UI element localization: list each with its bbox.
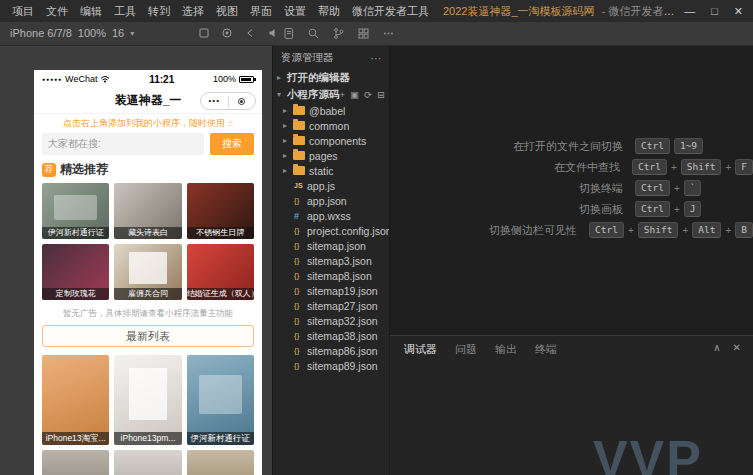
key-badge: Shift	[681, 159, 722, 175]
new-folder-icon[interactable]: ▣	[350, 89, 359, 100]
grid-thumbnail[interactable]: iPhone13pm...	[114, 355, 181, 445]
menu-select[interactable]: 选择	[176, 4, 210, 19]
tab-output[interactable]: 输出	[495, 342, 517, 357]
menu-tools[interactable]: 工具	[108, 4, 142, 19]
back-icon[interactable]	[244, 27, 256, 39]
collapse-icon[interactable]: ⊟	[377, 89, 385, 100]
file-name: sitemap32.json	[307, 315, 378, 327]
device-selector[interactable]: iPhone 6/7/8 100% 16 ▾	[10, 27, 134, 39]
folder-item[interactable]: ▸ pages	[273, 148, 389, 163]
menu-settings[interactable]: 设置	[278, 4, 312, 19]
new-file-icon[interactable]: +	[340, 89, 346, 100]
chevron-up-icon[interactable]: ∧	[713, 342, 720, 353]
chevron-right-icon: ▸	[283, 136, 293, 145]
latest-list-button[interactable]: 最新列表	[42, 325, 254, 347]
tab-problems[interactable]: 问题	[455, 342, 477, 357]
section-title: 精选推荐	[60, 161, 108, 178]
grid-thumbnail[interactable]: 伊河新村通行证	[42, 183, 109, 239]
file-item[interactable]: {} app.json	[273, 193, 389, 208]
battery-icon	[239, 76, 254, 83]
files-icon[interactable]	[282, 27, 295, 40]
file-name: sitemap3.json	[307, 255, 372, 267]
menu-help[interactable]: 帮助	[312, 4, 346, 19]
shortcut-label: 在打开的文件之间切换	[448, 139, 623, 154]
speaker-icon[interactable]	[267, 27, 279, 39]
grid-thumbnail[interactable]: 结婚证生成（双人）	[187, 244, 254, 300]
chevron-down-icon: ▾	[277, 90, 287, 99]
menu-devtools[interactable]: 微信开发者工具	[346, 4, 435, 19]
record-icon[interactable]	[221, 27, 233, 39]
file-item[interactable]: {} sitemap38.json	[273, 328, 389, 343]
refresh-icon[interactable]: ⟳	[364, 89, 372, 100]
menu-project[interactable]: 项目	[6, 4, 40, 19]
folder-item[interactable]: ▸ static	[273, 163, 389, 178]
js-icon: JS	[294, 182, 307, 189]
open-editors-section[interactable]: ▸ 打开的编辑器	[273, 69, 389, 86]
menu-view[interactable]: 视图	[210, 4, 244, 19]
tab-terminal[interactable]: 终端	[535, 342, 557, 357]
menu-interface[interactable]: 界面	[244, 4, 278, 19]
more-icon[interactable]: ⋯	[371, 52, 382, 64]
file-item[interactable]: {} project.config.json	[273, 223, 389, 238]
editor-region: 在打开的文件之间切换 Ctrl 1~9 在文件中查找 Ctrl + Shift …	[390, 46, 753, 475]
folder-item[interactable]: ▸ components	[273, 133, 389, 148]
file-name: sitemap38.json	[307, 330, 378, 342]
file-item[interactable]: JS app.js	[273, 178, 389, 193]
git-branch-icon[interactable]	[332, 27, 345, 40]
grid-icon[interactable]	[357, 27, 370, 40]
close-icon[interactable]: ✕	[734, 5, 743, 18]
more-icon[interactable]	[382, 27, 395, 40]
file-item[interactable]: {} sitemap8.json	[273, 268, 389, 283]
search-icon[interactable]	[307, 27, 320, 40]
grid-thumbnail[interactable]: 伊河新村通行证	[187, 355, 254, 445]
search-input[interactable]: 大家都在搜:	[42, 133, 204, 155]
grid-thumbnail[interactable]: 定制玫瑰花	[42, 244, 109, 300]
file-item[interactable]: {} sitemap.json	[273, 238, 389, 253]
file-item[interactable]: {} sitemap27.json	[273, 298, 389, 313]
file-name: app.json	[307, 195, 347, 207]
section-label: 小程序源码	[287, 88, 340, 102]
file-item[interactable]: {} sitemap19.json	[273, 283, 389, 298]
grid-thumbnail[interactable]	[187, 450, 254, 475]
file-item[interactable]: {} sitemap89.json	[273, 358, 389, 373]
folder-item[interactable]: ▸ common	[273, 118, 389, 133]
grid-thumbnail[interactable]	[42, 450, 109, 475]
key-badge: J	[684, 201, 702, 217]
folder-name: components	[309, 135, 366, 147]
folder-item[interactable]: ▸ @babel	[273, 103, 389, 118]
exit-icon[interactable]	[229, 98, 256, 105]
shortcut-row: 在文件中查找 Ctrl + Shift + F	[448, 159, 753, 175]
tab-debugger[interactable]: 调试器	[404, 342, 437, 357]
app-version: - 微信开发者工具 Stable 1.05.2108130	[602, 5, 684, 17]
file-item[interactable]: # app.wxss	[273, 208, 389, 223]
menu-goto[interactable]: 转到	[142, 4, 176, 19]
simulator-panel: ●●●●● WeChat 11:21 100% 装逼神器_一 •••	[0, 46, 272, 475]
grid-thumbnail[interactable]: 不锈钢生日牌	[187, 183, 254, 239]
grid-thumbnail[interactable]: iPhone13淘宝...	[42, 355, 109, 445]
grid-thumbnail[interactable]: 雇佣兵合同	[114, 244, 181, 300]
grid-thumbnail[interactable]: 藏头诗表白	[114, 183, 181, 239]
file-name: app.wxss	[307, 210, 351, 222]
maximize-icon[interactable]: □	[711, 5, 718, 18]
shortcut-row: 在打开的文件之间切换 Ctrl 1~9	[448, 138, 753, 154]
chevron-down-icon: ▾	[130, 29, 134, 38]
more-icon[interactable]: •••	[201, 97, 228, 105]
grid-thumbnail[interactable]	[114, 450, 181, 475]
window-icon[interactable]	[198, 27, 210, 39]
thumbnail-label: 伊河新村通行证	[187, 432, 254, 445]
source-section[interactable]: ▾ 小程序源码 + ▣ ⟳ ⊟	[273, 86, 389, 103]
plus-separator: +	[674, 204, 680, 215]
menu-file[interactable]: 文件	[40, 4, 74, 19]
file-item[interactable]: {} sitemap86.json	[273, 343, 389, 358]
minimize-icon[interactable]: —	[684, 5, 695, 18]
search-button[interactable]: 搜索	[210, 133, 254, 155]
close-icon[interactable]: ✕	[733, 342, 741, 353]
file-name: sitemap.json	[307, 240, 366, 252]
menu-edit[interactable]: 编辑	[74, 4, 108, 19]
file-item[interactable]: {} sitemap3.json	[273, 253, 389, 268]
chevron-right-icon: ▸	[277, 73, 287, 82]
file-item[interactable]: {} sitemap32.json	[273, 313, 389, 328]
key-badge: Shift	[638, 222, 679, 238]
json-icon: {}	[294, 241, 307, 250]
point-up-icon: ☝	[228, 118, 233, 128]
